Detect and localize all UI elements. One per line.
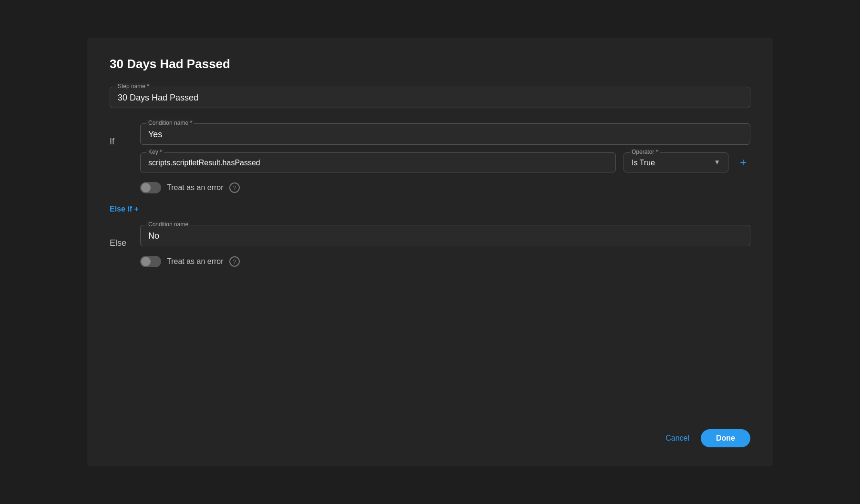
else-if-link[interactable]: Else if +: [110, 205, 750, 213]
if-treat-as-error-row: Treat as an error ?: [140, 182, 750, 193]
step-name-input[interactable]: [118, 91, 742, 103]
if-row: If Condition name * Key * Operator * Is …: [110, 123, 750, 193]
key-label: Key *: [146, 149, 164, 155]
if-content: Condition name * Key * Operator * Is Tru…: [140, 123, 750, 193]
if-condition-name-label: Condition name *: [146, 120, 194, 126]
if-condition-name-field: Condition name *: [140, 123, 750, 145]
else-treat-as-error-toggle[interactable]: [140, 256, 161, 267]
else-label: Else: [110, 225, 129, 248]
else-row: Else Condition name Treat as an error ?: [110, 225, 750, 267]
else-condition-name-label: Condition name: [146, 221, 190, 228]
else-treat-as-error-row: Treat as an error ?: [140, 256, 750, 267]
if-label: If: [110, 123, 129, 147]
key-input[interactable]: [148, 157, 608, 167]
key-operator-row: Key * Operator * Is True ▼ +: [140, 152, 750, 172]
key-field: Key *: [140, 152, 616, 172]
operator-field[interactable]: Operator * Is True ▼: [624, 152, 728, 172]
operator-label: Operator *: [630, 149, 660, 155]
done-button[interactable]: Done: [701, 429, 750, 447]
modal-container: 30 Days Had Passed Step name * If Condit…: [87, 38, 773, 466]
operator-value: Is True: [632, 157, 655, 167]
cancel-button[interactable]: Cancel: [665, 434, 689, 443]
if-condition-name-input[interactable]: [148, 128, 742, 140]
page-title: 30 Days Had Passed: [110, 57, 750, 71]
modal-footer: Cancel Done: [665, 429, 750, 447]
else-condition-name-field: Condition name: [140, 225, 750, 246]
operator-dropdown-arrow: ▼: [714, 158, 720, 166]
if-treat-as-error-toggle[interactable]: [140, 182, 161, 193]
if-treat-as-error-label: Treat as an error: [167, 183, 224, 192]
step-name-field: Step name *: [110, 87, 750, 108]
else-treat-as-error-help-icon[interactable]: ?: [229, 256, 240, 267]
else-content: Condition name Treat as an error ?: [140, 225, 750, 267]
if-treat-as-error-help-icon[interactable]: ?: [229, 182, 240, 193]
else-treat-as-error-label: Treat as an error: [167, 257, 224, 266]
else-condition-name-input[interactable]: [148, 229, 742, 241]
add-condition-button[interactable]: +: [736, 155, 750, 170]
step-name-label: Step name *: [116, 83, 151, 90]
